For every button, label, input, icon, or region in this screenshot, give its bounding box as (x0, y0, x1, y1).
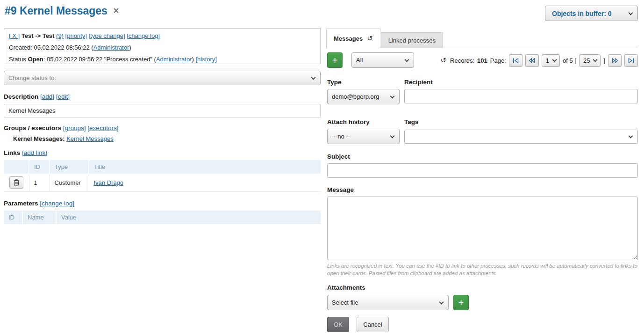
links-col-id: ID (29, 160, 50, 174)
plus-icon: + (332, 56, 338, 65)
status-user-link[interactable]: Administrator (156, 56, 192, 63)
objects-in-buffer-dropdown[interactable]: Objects in buffer: 0 (545, 6, 638, 21)
process-info-line3: Status Open: 05.02.2022 09:56:22 "Proces… (9, 53, 315, 65)
change-log-link[interactable]: [change log] (127, 32, 160, 39)
type-select-value: demo@bgerp.org (332, 93, 379, 100)
parameters-col-value: Value (56, 211, 321, 224)
prev-page-button[interactable] (525, 54, 539, 67)
prev-page-icon (529, 58, 535, 63)
add-link-link[interactable]: [add link] (22, 149, 47, 156)
first-page-button[interactable] (509, 54, 522, 67)
tab-linked-processes[interactable]: Linked processes (381, 32, 443, 48)
links-table: ID Type Title (4, 160, 321, 192)
attach-history-select[interactable]: -- no -- (327, 129, 400, 144)
page-size-select[interactable]: 25 (579, 54, 601, 67)
subject-input[interactable] (327, 163, 638, 178)
description-heading: Description [add] [edit] (4, 93, 70, 100)
chevron-down-icon (390, 133, 395, 138)
page-bracket-label: ] (603, 57, 605, 64)
process-id-link[interactable]: (9) (56, 32, 64, 39)
recipient-input[interactable] (404, 89, 638, 103)
groups-heading: Groups / executors [groups] [executors] (4, 124, 118, 131)
chevron-down-icon (439, 299, 444, 304)
change-status-select[interactable]: Change status to: (4, 71, 321, 85)
records-count: 101 (477, 57, 487, 64)
refresh-icon[interactable]: ↺ (367, 34, 373, 43)
message-help-text: Links are recognized in text. You can us… (327, 262, 640, 277)
objects-in-buffer-label: Objects in buffer: 0 (552, 10, 612, 17)
add-message-button[interactable]: + (327, 52, 343, 68)
chevron-down-icon (629, 134, 633, 139)
description-add-link[interactable]: [add] (40, 93, 54, 100)
close-icon[interactable]: × (113, 5, 119, 17)
ok-button[interactable]: OK (327, 317, 349, 332)
delete-link-button[interactable] (9, 176, 23, 189)
description-edit-link[interactable]: [edit] (56, 93, 70, 100)
tab-bar: Messages ↺ Linked processes (326, 29, 638, 48)
chevron-down-icon (390, 94, 395, 98)
group-executor-link[interactable]: Kernel Messages (66, 135, 113, 142)
message-filter-value: All (356, 57, 363, 64)
subject-label: Subject (327, 153, 350, 160)
page-number-select[interactable]: 1 (542, 54, 560, 67)
created-suffix: ) (129, 44, 131, 51)
next-page-icon (612, 58, 618, 63)
attach-history-value: -- no -- (332, 133, 350, 140)
parameters-col-id: ID (4, 211, 22, 224)
message-textarea[interactable] (327, 197, 638, 260)
created-by-link[interactable]: Administrator (93, 44, 129, 51)
chevron-down-icon (311, 75, 316, 80)
page-label: Page: (490, 57, 506, 64)
groups-link[interactable]: [groups] (63, 124, 86, 131)
linked-customer-link[interactable]: Ivan Drago (94, 179, 124, 186)
attach-history-label: Attach history (327, 118, 370, 125)
last-page-button[interactable] (624, 54, 638, 67)
attachments-label: Attachments (327, 284, 365, 291)
links-table-header: ID Type Title (4, 160, 321, 174)
pagination: ↺ Records: 101 Page: 1 of 5 [ 25 ] (440, 54, 638, 67)
message-filter-select[interactable]: All (351, 52, 414, 68)
chevron-down-icon (593, 58, 598, 62)
recipient-label: Recipient (404, 79, 433, 86)
add-attachment-button[interactable]: + (453, 295, 469, 310)
priority-link[interactable]: [priority] (65, 32, 87, 39)
tags-select[interactable] (404, 130, 638, 144)
type-select[interactable]: demo@bgerp.org (327, 89, 400, 104)
group-executor-row: Kernel Messages: Kernel Messages (13, 135, 114, 142)
page-number-value: 1 (546, 57, 549, 64)
page-of-label: of 5 [ (563, 57, 576, 64)
groups-heading-text: Groups / executors (4, 124, 61, 131)
chevron-down-icon (629, 10, 633, 15)
process-info-box: [ X ] Test -> Test (9) [priority] [type … (4, 28, 321, 64)
tab-messages[interactable]: Messages ↺ (326, 29, 380, 48)
close-process-link[interactable]: [ X ] (9, 32, 20, 39)
links-col-title: Title (89, 160, 321, 174)
status-value: Open (28, 56, 43, 63)
links-row-id: 1 (29, 174, 50, 192)
parameters-heading-text: Parameters (4, 200, 38, 207)
plus-icon: + (458, 298, 464, 307)
tab-linked-processes-label: Linked processes (388, 37, 436, 44)
parameters-col-name: Name (22, 211, 56, 224)
executors-link[interactable]: [executors] (87, 124, 118, 131)
attachment-file-value: Select file (332, 299, 358, 306)
cancel-button[interactable]: Cancel (357, 317, 389, 332)
parameters-change-log-link[interactable]: [change log] (40, 200, 74, 207)
parameters-heading: Parameters [change log] (4, 200, 74, 207)
status-label: Status (9, 56, 28, 63)
refresh-icon[interactable]: ↺ (440, 56, 446, 65)
first-page-icon (513, 58, 519, 63)
process-type-name: Test -> Test (21, 32, 55, 39)
group-name: Kernel Messages: (13, 135, 65, 142)
last-page-icon (628, 58, 634, 63)
status-text: : 05.02.2022 09:56:22 "Process created" … (43, 56, 156, 63)
history-link[interactable]: [history] (195, 56, 217, 63)
trash-icon (14, 179, 19, 186)
tab-messages-label: Messages (334, 35, 363, 42)
attachment-file-select[interactable]: Select file (327, 295, 449, 310)
links-col-type: Type (50, 160, 89, 174)
links-row-title: Ivan Drago (89, 174, 321, 192)
next-page-button[interactable] (608, 54, 622, 67)
type-change-link[interactable]: [type change] (88, 32, 125, 39)
created-text: Created: 05.02.2022 08:56:22 ( (9, 44, 93, 51)
